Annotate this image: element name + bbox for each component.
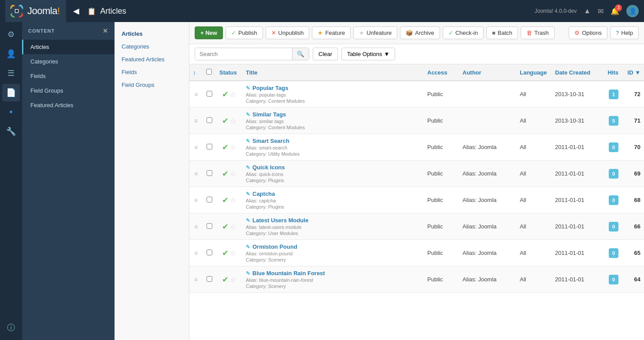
notification-icon[interactable]: 🔔 3 [611,7,619,15]
status-published-icon[interactable]: ✔ [222,116,229,125]
row-checkbox-cell[interactable] [203,81,216,108]
col-header-id[interactable]: ID ▼ [622,64,644,81]
brand[interactable]: Joomla! [5,0,66,22]
sidebar-icon-settings[interactable]: ⚙ [2,26,20,43]
sidebar-icon-extensions[interactable]: 🔧 [2,123,20,140]
drag-handle-icon[interactable]: ≡ [194,197,198,204]
unfeature-button[interactable]: ★ Unfeature [353,26,397,39]
sub-nav-fields[interactable]: Fields [115,66,189,78]
trash-button[interactable]: 🗑 Trash [521,26,555,39]
drag-handle-icon[interactable]: ≡ [194,276,198,283]
col-header-title[interactable]: Title [242,64,424,81]
article-title-link[interactable]: ✎ Latest Users Module [246,217,420,224]
sidebar-icon-info[interactable]: ⓘ [2,319,20,336]
table-options-button[interactable]: Table Options ▼ [341,48,395,60]
nav-item-featured-articles[interactable]: Featured Articles [22,98,115,112]
nav-item-categories[interactable]: Categories [22,54,115,69]
article-title-link[interactable]: ✎ Blue Mountain Rain Forest [246,270,420,276]
status-published-icon[interactable]: ✔ [222,90,229,99]
row-checkbox-cell[interactable] [203,187,216,213]
sub-nav-featured-articles[interactable]: Featured Articles [115,53,189,66]
drag-handle-icon[interactable]: ≡ [194,91,198,98]
sub-nav-articles[interactable]: Articles [115,27,189,40]
col-header-language[interactable]: Language [516,64,551,81]
col-header-hits[interactable]: Hits [600,64,622,81]
drag-handle-icon[interactable]: ≡ [194,250,198,257]
mail-icon[interactable]: ✉ [598,7,603,15]
featured-star-icon[interactable]: ☆ [230,117,236,125]
sidebar-icon-users[interactable]: 👤 [2,45,20,63]
featured-star-icon[interactable]: ☆ [230,197,236,204]
article-title-link[interactable]: ✎ Smart Search [246,138,420,144]
row-checkbox[interactable] [207,223,212,229]
article-title-link[interactable]: ✎ Popular Tags [246,85,420,91]
unpublish-button[interactable]: ✕ Unpublish [266,26,310,39]
clear-button[interactable]: Clear [313,48,338,60]
title-cell: ✎ Quick Icons Alias: quick-icons Categor… [242,161,424,187]
featured-star-icon[interactable]: ☆ [230,223,236,231]
drag-handle-icon[interactable]: ≡ [194,223,198,230]
checkin-button[interactable]: ✓ Check-in [443,26,484,39]
article-title-link[interactable]: ✎ Ormiston Pound [246,243,420,250]
archive-button[interactable]: 📦 Archive [400,26,440,39]
search-input[interactable] [195,48,292,60]
article-title-link[interactable]: ✎ Quick Icons [246,164,420,171]
nav-panel-close-button[interactable]: ✕ [103,27,108,34]
row-checkbox[interactable] [207,144,212,149]
drag-handle-icon[interactable]: ≡ [194,144,198,151]
col-header-checkbox[interactable] [203,64,216,81]
article-title-link[interactable]: ✎ Captcha [246,191,420,197]
drag-handle-icon[interactable]: ≡ [194,117,198,124]
status-published-icon[interactable]: ✔ [222,169,229,178]
row-checkbox-cell[interactable] [203,213,216,240]
row-checkbox-cell[interactable] [203,161,216,187]
help-button[interactable]: ? Help [610,26,639,39]
sidebar-icon-components[interactable]: 🔹 [2,103,20,121]
featured-star-icon[interactable]: ☆ [230,144,236,151]
version-label: Joomla! 4.0.0-dev [535,8,577,14]
row-checkbox[interactable] [207,197,212,202]
col-header-date-created[interactable]: Date Created [551,64,600,81]
select-all-checkbox[interactable] [206,69,212,75]
featured-star-icon[interactable]: ☆ [230,250,236,257]
nav-item-field-groups[interactable]: Field Groups [22,83,115,98]
featured-star-icon[interactable]: ☆ [230,91,236,98]
col-header-status[interactable]: Status [216,64,242,81]
row-checkbox-cell[interactable] [203,108,216,134]
row-checkbox[interactable] [207,91,212,97]
row-checkbox[interactable] [207,276,212,282]
status-published-icon[interactable]: ✔ [222,222,229,231]
col-header-access[interactable]: Access [424,64,459,81]
nav-item-fields[interactable]: Fields [22,69,115,83]
status-published-icon[interactable]: ✔ [222,196,229,205]
sub-nav-field-groups[interactable]: Field Groups [115,78,189,91]
status-published-icon[interactable]: ✔ [222,143,229,152]
sidebar-icon-content[interactable]: 📄 [2,84,20,101]
options-button[interactable]: ⚙ Options [569,26,607,39]
row-checkbox-cell[interactable] [203,266,216,293]
row-checkbox-cell[interactable] [203,240,216,266]
featured-star-icon[interactable]: ☆ [230,170,236,178]
topbar: Joomla! ◀ 📋 Articles Joomla! 4.0.0-dev ▲… [0,0,644,22]
featured-star-icon[interactable]: ☆ [230,276,236,284]
row-checkbox[interactable] [207,170,212,176]
sidebar-icon-menu[interactable]: ☰ [2,64,20,82]
back-button[interactable]: ◀ [70,4,83,18]
search-submit-button[interactable]: 🔍 [292,48,309,60]
row-checkbox-cell[interactable] [203,134,216,161]
col-header-author[interactable]: Author [459,64,516,81]
sub-nav-categories[interactable]: Categories [115,40,189,53]
article-title-link[interactable]: ✎ Similar Tags [246,111,420,118]
row-checkbox[interactable] [207,117,212,123]
upload-icon[interactable]: ▲ [584,7,591,15]
status-published-icon[interactable]: ✔ [222,275,229,284]
new-button[interactable]: + New [195,26,223,39]
row-checkbox[interactable] [207,250,212,255]
nav-item-articles[interactable]: Articles [22,40,115,54]
drag-handle-icon[interactable]: ≡ [194,170,198,177]
feature-button[interactable]: ★ Feature [312,26,351,39]
status-published-icon[interactable]: ✔ [222,249,229,258]
batch-button[interactable]: ■ Batch [486,26,518,39]
publish-button[interactable]: ✓ Publish [226,26,263,39]
user-avatar[interactable]: 👤 [626,5,639,17]
